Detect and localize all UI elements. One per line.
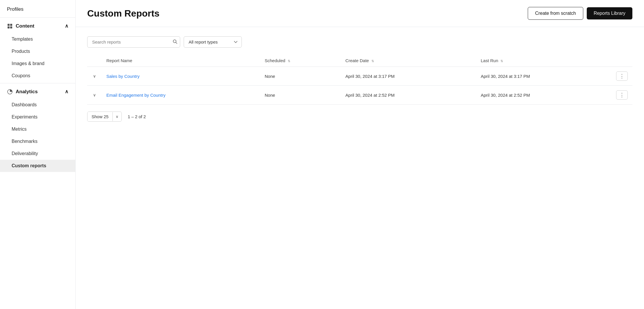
reports-library-button[interactable]: Reports Library <box>587 7 632 19</box>
benchmarks-label: Benchmarks <box>12 139 37 144</box>
experiments-label: Experiments <box>12 114 37 120</box>
search-icon-button[interactable] <box>173 39 177 45</box>
report-types-dropdown[interactable]: All report types Scheduled Custom <box>184 36 242 48</box>
sidebar-divider <box>0 17 75 18</box>
coupons-label: Coupons <box>12 73 30 78</box>
row-name-cell: Sales by Country <box>102 67 260 86</box>
col-last-run[interactable]: Last Run ⇅ <box>476 55 611 67</box>
sidebar-item-benchmarks[interactable]: Benchmarks <box>0 135 75 148</box>
analytics-section-label: Analytics <box>16 89 38 95</box>
svg-rect-2 <box>8 26 10 28</box>
row-actions-cell: ⋮ <box>611 67 632 86</box>
pagination-row: Show 25 ∨ 1 – 2 of 2 <box>87 112 632 122</box>
reports-table: Report Name Scheduled ⇅ Create Date ⇅ La… <box>87 55 632 105</box>
sort-icon-create-date: ⇅ <box>371 60 374 63</box>
main-header: Custom Reports Create from scratch Repor… <box>76 0 644 27</box>
col-create-date-label: Create Date <box>346 58 369 63</box>
row-scheduled-cell: None <box>260 67 341 86</box>
search-input[interactable] <box>87 36 180 48</box>
templates-label: Templates <box>12 37 33 42</box>
search-icon <box>173 39 177 44</box>
sidebar-item-templates[interactable]: Templates <box>0 33 75 45</box>
sidebar-section-content[interactable]: Content ∧ <box>0 19 75 33</box>
sidebar-item-dashboards[interactable]: Dashboards <box>0 99 75 111</box>
sidebar-item-images-brand[interactable]: Images & brand <box>0 58 75 70</box>
sidebar-item-products[interactable]: Products <box>0 45 75 58</box>
svg-line-6 <box>176 42 177 44</box>
content-icon <box>7 23 13 29</box>
row-name-cell: Email Engagement by Country <box>102 86 260 105</box>
table-header-row: Report Name Scheduled ⇅ Create Date ⇅ La… <box>87 55 632 67</box>
col-report-name-label: Report Name <box>106 58 132 63</box>
row-actions-cell: ⋮ <box>611 86 632 105</box>
row-scheduled-cell: None <box>260 86 341 105</box>
pagination-info: 1 – 2 of 2 <box>128 114 146 119</box>
row-last-run-cell: April 30, 2024 at 2:52 PM <box>476 86 611 105</box>
table-row: ∨ Sales by Country None April 30, 2024 a… <box>87 67 632 86</box>
sidebar-item-metrics[interactable]: Metrics <box>0 123 75 135</box>
sort-icon-last-run: ⇅ <box>500 60 503 63</box>
content-chevron-icon: ∧ <box>65 23 68 29</box>
row-expand-button[interactable]: ∨ <box>92 73 97 80</box>
show-select-chevron-icon: ∨ <box>112 112 121 121</box>
sidebar-item-custom-reports[interactable]: Custom reports <box>0 160 75 172</box>
images-brand-label: Images & brand <box>12 61 44 66</box>
col-expand <box>87 55 102 67</box>
row-create-date-cell: April 30, 2024 at 2:52 PM <box>341 86 476 105</box>
row-more-button[interactable]: ⋮ <box>616 71 628 81</box>
content-section-label: Content <box>16 23 34 29</box>
show-select-label: Show 25 <box>87 112 112 121</box>
row-expand-cell: ∨ <box>87 67 102 86</box>
deliverability-label: Deliverability <box>12 151 38 156</box>
metrics-label: Metrics <box>12 127 27 132</box>
col-create-date[interactable]: Create Date ⇅ <box>341 55 476 67</box>
col-actions <box>611 55 632 67</box>
row-expand-cell: ∨ <box>87 86 102 105</box>
sidebar-item-coupons[interactable]: Coupons <box>0 70 75 82</box>
col-report-name: Report Name <box>102 55 260 67</box>
col-scheduled-label: Scheduled <box>265 58 285 63</box>
main-content: Custom Reports Create from scratch Repor… <box>76 0 644 309</box>
sidebar-item-deliverability[interactable]: Deliverability <box>0 148 75 160</box>
content-area: All report types Scheduled Custom Report… <box>76 27 644 309</box>
filters-row: All report types Scheduled Custom <box>87 36 632 48</box>
show-select[interactable]: Show 25 ∨ <box>87 112 122 122</box>
sort-icon-scheduled: ⇅ <box>288 60 290 63</box>
svg-rect-1 <box>10 24 12 26</box>
analytics-icon <box>7 89 13 95</box>
sidebar-item-experiments[interactable]: Experiments <box>0 111 75 123</box>
dashboards-label: Dashboards <box>12 102 37 107</box>
custom-reports-label: Custom reports <box>12 163 46 168</box>
profiles-label: Profiles <box>7 6 24 12</box>
report-name-link[interactable]: Email Engagement by Country <box>106 93 165 98</box>
row-create-date-cell: April 30, 2024 at 3:17 PM <box>341 67 476 86</box>
create-from-scratch-button[interactable]: Create from scratch <box>528 7 583 20</box>
row-more-button[interactable]: ⋮ <box>616 90 628 100</box>
table-row: ∨ Email Engagement by Country None April… <box>87 86 632 105</box>
products-label: Products <box>12 49 30 54</box>
col-scheduled[interactable]: Scheduled ⇅ <box>260 55 341 67</box>
page-title: Custom Reports <box>87 8 160 19</box>
col-last-run-label: Last Run <box>481 58 498 63</box>
search-wrapper <box>87 36 180 48</box>
sidebar-divider-2 <box>0 83 75 83</box>
row-expand-button[interactable]: ∨ <box>92 91 97 98</box>
row-last-run-cell: April 30, 2024 at 3:17 PM <box>476 67 611 86</box>
report-name-link[interactable]: Sales by Country <box>106 74 139 79</box>
analytics-chevron-icon: ∧ <box>65 89 68 95</box>
sidebar: Profiles Content ∧ Templates Products Im… <box>0 0 76 309</box>
sidebar-item-profiles[interactable]: Profiles <box>0 2 75 16</box>
sidebar-section-analytics[interactable]: Analytics ∧ <box>0 85 75 99</box>
header-buttons: Create from scratch Reports Library <box>528 7 632 20</box>
svg-rect-3 <box>10 26 12 28</box>
svg-rect-0 <box>8 24 10 26</box>
